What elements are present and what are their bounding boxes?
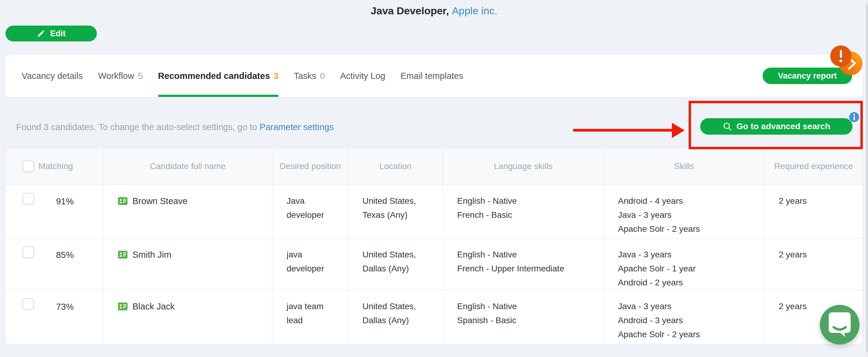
table-row: 91% Brown Steave Java developer United S… [5,185,863,239]
skill-line: Android - 2 years [618,276,757,290]
alert-exclamation-badge [830,46,851,67]
exclamation-icon [839,49,843,63]
tab-count: 5 [138,71,143,81]
pencil-icon [37,29,45,38]
header-required-experience: Required experience [765,148,863,184]
annotation-arrow [573,129,674,131]
cell-location: United States, Dallas (Any) [348,290,443,344]
contact-card-icon [118,301,128,316]
header-location: Location [348,148,443,184]
cell-candidate-name: Black Jack [103,290,273,344]
company-link[interactable]: Apple inc. [452,5,497,17]
cell-required-experience: 2 years [765,185,863,238]
header-desired-position: Desired position [273,148,348,184]
cell-required-experience: 2 years [765,239,863,290]
skill-line: Apache Solr - 2 years [618,222,757,236]
table-row: 73% Black Jack java team lead United Sta… [5,290,863,344]
cell-language-skills: English - Native Spanish - Basic [443,290,604,344]
matching-percent: 73% [34,300,96,344]
tab-email-templates[interactable]: Email templates [401,55,463,97]
tab-vacancy-details[interactable]: Vacancy details [22,55,83,97]
cell-skills: Java - 3 years Apache Solr - 1 year Andr… [604,239,765,290]
page-title: Java Developer, Apple inc. [0,5,868,17]
skill-line: Android - 4 years [618,194,757,208]
select-candidate-checkbox[interactable] [23,246,34,258]
cell-matching: 73% [5,290,103,344]
cell-location: United States, Dallas (Any) [348,239,443,290]
cell-candidate-name: Smith Jim [103,239,273,290]
vacancy-tabs-card: Vacancy details Workflow5 Recommended ca… [5,55,863,97]
vacancy-title: Java Developer, [371,5,449,17]
tab-count: 0 [320,71,325,81]
edit-button[interactable]: Edit [5,26,97,41]
cell-desired-position: java developer [273,239,348,290]
notice-text: Found 3 candidates. To change the auto-s… [16,122,257,132]
header-skills: Skills [604,148,765,184]
cell-skills: Java - 3 years Android - 3 years Apache … [604,290,765,344]
select-all-checkbox[interactable] [23,160,34,172]
skill-line: Java - 3 years [618,248,757,262]
language-line: English - Native [457,299,596,314]
skill-line: Java - 3 years [618,208,757,222]
vacancy-report-label: Vacancy report [778,71,837,81]
matching-percent: 91% [34,194,96,238]
cell-desired-position: java team lead [273,290,348,344]
cell-location: United States, Texas (Any) [348,185,443,238]
parameter-settings-link[interactable]: Parameter settings [259,122,334,132]
tab-workflow[interactable]: Workflow5 [98,55,143,97]
tab-tasks[interactable]: Tasks0 [293,55,325,97]
chat-bubble-icon [828,311,851,338]
scrollbar-track[interactable] [866,0,868,357]
edit-button-label: Edit [50,29,66,38]
tab-activity-log[interactable]: Activity Log [340,55,385,97]
candidate-name-link[interactable]: Smith Jim [132,248,171,262]
candidate-name-link[interactable]: Black Jack [132,299,175,314]
skill-line: Apache Solr - 1 year [618,262,757,276]
cell-language-skills: English - Native French - Basic [443,185,604,238]
matching-percent: 85% [34,248,96,290]
language-line: English - Native [457,194,596,208]
candidates-found-notice: Found 3 candidates. To change the auto-s… [16,122,334,132]
language-line: French - Upper Intermediate [457,262,596,276]
header-candidate-full-name: Candidate full name [103,148,273,184]
header-language-skills: Language skills [443,148,604,184]
candidate-name-link[interactable]: Brown Steave [132,194,188,208]
cell-desired-position: Java developer [273,185,348,238]
contact-card-icon [118,196,128,210]
table-header-row: Matching Candidate full name Desired pos… [5,148,863,185]
cell-matching: 85% [5,239,103,290]
annotation-arrow-head [672,123,685,138]
tab-count: 3 [274,71,278,81]
skill-line: Apache Solr - 2 years [618,327,757,341]
contact-card-icon [118,249,128,264]
select-candidate-checkbox[interactable] [23,193,34,204]
cell-language-skills: English - Native French - Upper Intermed… [443,239,604,290]
cell-skills: Android - 4 years Java - 3 years Apache … [604,185,765,238]
annotation-red-rect [689,101,863,149]
language-line: Spanish - Basic [457,314,596,327]
chat-launcher-button[interactable] [820,305,860,345]
tab-bar: Vacancy details Workflow5 Recommended ca… [22,55,463,97]
select-candidate-checkbox[interactable] [23,298,34,310]
skill-line: Java - 3 years [618,299,757,314]
scrollbar-thumb[interactable] [866,5,868,352]
candidates-table: Matching Candidate full name Desired pos… [5,148,863,344]
tab-recommended-candidates[interactable]: Recommended candidates3 [158,55,279,97]
cell-candidate-name: Brown Steave [103,185,273,238]
vacancy-report-button[interactable]: Vacancy report [763,68,852,84]
table-row: 85% Smith Jim java developer United Stat… [5,239,863,290]
header-matching: Matching [5,148,103,184]
language-line: English - Native [457,248,596,262]
cell-matching: 91% [5,185,103,238]
skill-line: Android - 3 years [618,314,757,327]
language-line: French - Basic [457,208,596,222]
